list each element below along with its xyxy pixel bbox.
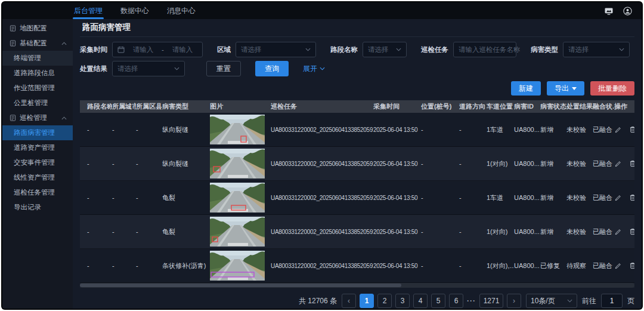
sidebar-item-export-records[interactable]: 导出记录: [2, 200, 73, 215]
expand-toggle[interactable]: 展开: [303, 64, 325, 74]
batch-delete-button[interactable]: 批量删除: [590, 81, 634, 96]
road-name-select[interactable]: 请选择: [363, 42, 407, 57]
menu-doc-icon: [10, 40, 16, 47]
sidebar-item-road-disease-mgmt[interactable]: 路面病害管理: [2, 125, 73, 140]
sidebar-item-work-scope-mgmt[interactable]: 作业范围管理: [2, 81, 73, 96]
cell-district: -: [136, 262, 162, 269]
sidebar-item-inspection-task-mgmt[interactable]: 巡检任务管理: [2, 185, 73, 200]
sidebar-item-kilometer-post-mgmt[interactable]: 公里桩管理: [2, 96, 73, 110]
disposal-result-select[interactable]: 请选择: [112, 61, 185, 76]
chevron-up-icon: [61, 116, 67, 120]
edit-icon[interactable]: [614, 160, 622, 168]
disease-image[interactable]: [210, 251, 271, 281]
disease-table: 路段名称所属城市所属区县病害类型图片巡检任务采集时间位置(桩号)道路方向车道位置…: [80, 100, 634, 288]
disease-type-label: 病害类型: [531, 45, 558, 54]
table-row: ---纵向裂缝UA800331220002_202506041338520592…: [80, 147, 634, 181]
screen-icon[interactable]: [604, 7, 614, 15]
cell-section: -: [87, 228, 112, 235]
edit-icon[interactable]: [614, 228, 622, 236]
user-avatar-icon[interactable]: [623, 7, 632, 16]
next-page-button[interactable]: ›: [507, 294, 521, 308]
horizontal-scrollbar[interactable]: [80, 283, 634, 288]
column-header: 处置结果: [566, 102, 593, 111]
filter-disease-type: 病害类型 请选择: [531, 42, 630, 57]
cell-direction: -: [459, 228, 487, 235]
disease-image[interactable]: [210, 115, 271, 144]
disease-type-select[interactable]: 请选择: [563, 42, 630, 57]
page-button-4[interactable]: 4: [413, 294, 428, 308]
cell-type: 纵向裂缝: [162, 125, 210, 134]
cell-result: 未校验: [566, 193, 593, 202]
cell-time: 2025-06-04 13:50: [373, 263, 421, 269]
edit-icon[interactable]: [614, 126, 622, 134]
calendar-icon: [117, 46, 125, 53]
disease-image[interactable]: [210, 183, 271, 213]
page-size-select[interactable]: 10条/页: [526, 294, 577, 308]
page-button-6[interactable]: 6: [449, 294, 463, 308]
disease-image[interactable]: [210, 149, 271, 178]
table-row: ---龟裂UA800331220002_20250604133852059202…: [80, 215, 634, 249]
create-button[interactable]: 新建: [511, 81, 541, 96]
total-count: 共 12706 条: [299, 296, 337, 306]
filter-region: 区域 请选择: [217, 42, 316, 57]
page-button-1271[interactable]: 1271: [479, 294, 503, 308]
search-button[interactable]: 查询: [255, 61, 289, 76]
date-separator: -: [162, 46, 164, 53]
start-date-placeholder: 请输入: [128, 45, 158, 54]
sidebar-item-label: 交安事件管理: [14, 158, 55, 167]
row-actions: [614, 160, 634, 168]
reset-button[interactable]: 重置: [206, 61, 241, 76]
edit-icon[interactable]: [614, 194, 622, 202]
sidebar-item-road-section-info[interactable]: 道路路段信息: [2, 66, 73, 81]
column-header: 所属区县: [136, 102, 162, 111]
delete-icon[interactable]: [629, 228, 634, 235]
page-button-1[interactable]: 1: [360, 294, 374, 308]
tab-data-center[interactable]: 数据中心: [119, 2, 150, 19]
export-button[interactable]: 导出: [547, 81, 584, 96]
delete-icon[interactable]: [629, 160, 634, 167]
sidebar-item-label: 地图配置: [20, 24, 47, 33]
action-row: 新建 导出 批量删除: [80, 81, 634, 96]
column-header: 采集时间: [373, 102, 421, 111]
prev-page-button[interactable]: ‹: [342, 294, 356, 308]
sidebar-item-terminal-mgmt[interactable]: 终端管理: [2, 51, 73, 66]
page-button-2[interactable]: 2: [377, 294, 392, 308]
sidebar-item-label: 终端管理: [14, 54, 41, 63]
page-button-5[interactable]: 5: [431, 294, 445, 308]
sidebar-item-inspection-mgmt[interactable]: 巡检管理: [2, 110, 73, 125]
inspection-task-input[interactable]: 请输入巡检任务名称: [453, 42, 516, 57]
sidebar-item-road-asset-mgmt[interactable]: 道路资产管理: [2, 140, 73, 155]
topbar-logo-space: [2, 2, 73, 19]
column-header: 位置(桩号): [421, 102, 459, 111]
cell-status: 新增: [540, 193, 566, 202]
tab-backend-admin[interactable]: 后台管理: [73, 2, 104, 19]
cell-lane: 1车道: [487, 193, 514, 202]
delete-icon[interactable]: [629, 126, 634, 133]
cell-status: 新增: [540, 159, 566, 168]
cell-id: UA800...: [514, 126, 540, 133]
road-name-placeholder: 请选择: [368, 45, 389, 54]
table-row: ---龟裂UA800331220002_20250604133852059202…: [80, 181, 634, 215]
capture-time-label: 采集时间: [80, 45, 107, 54]
delete-icon[interactable]: [629, 262, 634, 269]
sidebar-item-traffic-safety-event-mgmt[interactable]: 交安事件管理: [2, 155, 73, 170]
capture-time-range-input[interactable]: 请输入 - 请输入: [112, 42, 203, 57]
disease-image[interactable]: [210, 217, 271, 247]
sidebar-item-linear-asset-mgmt[interactable]: 线性资产管理: [2, 170, 73, 185]
cell-id: UA800...: [514, 262, 540, 269]
sidebar-item-map-config[interactable]: 地图配置: [2, 21, 73, 36]
edit-icon[interactable]: [614, 262, 622, 270]
chevron-down-icon: [396, 48, 401, 51]
sidebar-item-base-config[interactable]: 基础配置: [2, 36, 73, 51]
page-button-3[interactable]: 3: [395, 294, 410, 308]
scrollbar-thumb[interactable]: [80, 284, 401, 287]
region-select[interactable]: 请选择: [236, 42, 316, 57]
tab-message-center[interactable]: 消息中心: [166, 2, 197, 19]
inspection-task-label: 巡检任务: [421, 45, 448, 54]
cell-result: 待观察: [566, 261, 593, 270]
delete-icon[interactable]: [629, 194, 634, 201]
cell-result: 未校验: [566, 227, 593, 236]
disease-type-placeholder: 请选择: [568, 45, 589, 54]
goto-page-input[interactable]: [601, 294, 623, 308]
cell-time: 2025-06-04 13:50: [373, 195, 421, 201]
